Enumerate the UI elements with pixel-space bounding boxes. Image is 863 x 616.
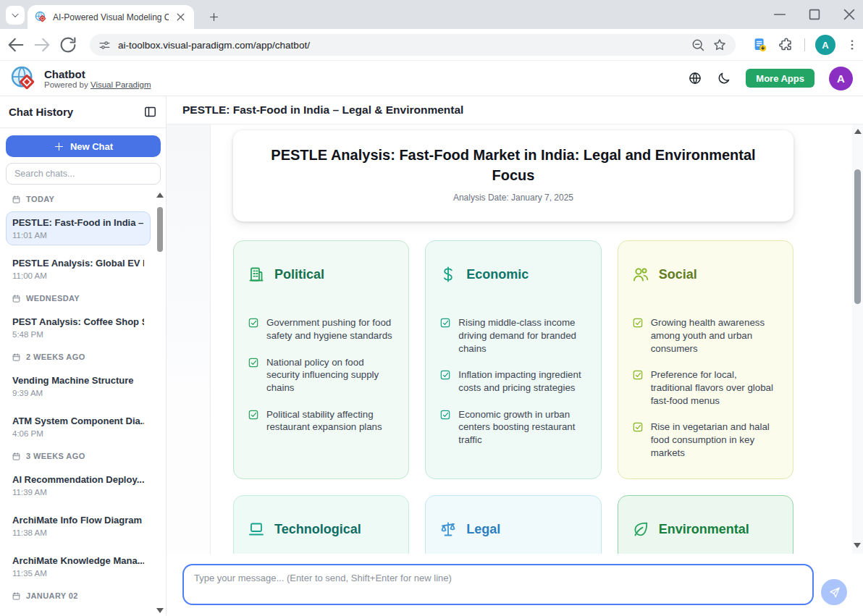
search-chats-input[interactable] [6,163,161,185]
check-square-icon [439,369,451,381]
scrollbar-thumb[interactable] [854,169,861,304]
forward-icon[interactable] [32,35,52,55]
toolbar-divider [804,38,805,51]
card-title: Political [274,267,324,282]
sidebar-collapse-icon[interactable] [143,105,157,119]
scroll-up-arrow[interactable] [854,129,862,134]
plus-icon [209,12,219,22]
docs-offline-icon[interactable] [752,37,768,53]
back-icon[interactable] [6,35,26,55]
chat-item-title: ArchiMate Knowledge Mana... [12,555,144,566]
tab-search-button[interactable] [6,6,25,25]
message-input[interactable] [182,564,814,605]
calendar-icon [12,195,21,204]
visual-paradigm-favicon [35,11,47,23]
chat-history-sidebar: Chat History New Chat TODAYPESTLE: Fast-… [0,96,167,616]
check-square-icon [439,409,451,421]
chat-item-title: ATM System Component Dia... [12,415,144,426]
plus-icon [54,141,64,152]
window-close-button[interactable] [841,7,857,22]
chat-item-time: 9:39 AM [12,389,144,397]
analysis-title-card: PESTLE Analysis: Fast-Food Market in Ind… [233,130,793,221]
chat-history-item[interactable]: ATM System Component Dia...4:06 PM [6,410,151,444]
chat-item-title: PEST Analysis: Coffee Shop S... [12,316,144,327]
pestle-card-political: PoliticalGovernment pushing for food saf… [233,240,409,479]
powered-by-label: Powered by Visual Paradigm [44,80,151,89]
chat-history-item[interactable]: ArchiMate Knowledge Mana...11:35 AM [6,549,151,583]
factor-text: Rise in vegetarian and halal food consum… [651,421,779,459]
reload-icon[interactable] [58,35,78,55]
card-header: Environmental [632,520,779,538]
minimize-button[interactable] [772,7,788,22]
app-body: Chat History New Chat TODAYPESTLE: Fast-… [0,96,863,616]
card-title: Economic [466,267,529,282]
chat-history-item[interactable]: PESTLE Analysis: Global EV In...11:00 AM [6,252,151,286]
card-factor-item: Political stability affecting restaurant… [248,408,395,434]
chat-group-label: 3 WEEKS AGO [12,451,151,461]
extensions-puzzle-icon[interactable] [778,37,794,53]
language-globe-icon[interactable] [688,71,702,85]
maximize-button[interactable] [807,7,822,22]
dollar-icon [439,266,457,283]
chat-history-item[interactable]: PESTLE: Fast-Food in India – ...11:01 AM [6,211,151,245]
laptop-icon [248,520,265,538]
scrollbar-thumb[interactable] [157,207,163,252]
pestle-card-legal: Legal [425,495,601,554]
app-title: Chatbot [44,68,151,80]
dark-mode-moon-icon[interactable] [717,71,731,85]
scales-icon [439,520,457,538]
bookmark-star-icon[interactable] [712,38,727,52]
pestle-card-economic: EconomicRising middle-class income drivi… [425,240,601,479]
paper-plane-icon [828,586,841,599]
more-apps-button[interactable]: More Apps [746,69,814,88]
zoom-icon[interactable] [691,38,705,52]
content-left-gutter [167,125,211,554]
user-avatar[interactable]: A [829,67,853,90]
card-factor-item: Inflation impacting ingredient costs and… [439,368,586,394]
card-title: Legal [466,522,500,537]
send-button[interactable] [821,579,847,605]
chat-item-title: Vending Machine Structure [12,375,144,386]
card-factor-item: Preference for local, traditional flavor… [632,368,779,407]
chat-item-time: 5:48 PM [12,330,144,339]
chat-item-time: 11:35 AM [12,569,144,578]
sidebar-header: Chat History [0,96,166,128]
new-tab-button[interactable] [204,7,223,26]
chat-history-item[interactable]: AI Recommendation Deploy...11:39 AM [6,468,151,502]
chat-history-group: 3 WEEKS AGOAI Recommendation Deploy...11… [6,451,151,583]
check-square-icon [632,317,644,329]
chat-history-item[interactable]: Vending Machine Structure9:39 AM [6,369,151,403]
scroll-up-arrow[interactable] [156,193,164,198]
sidebar-title: Chat History [9,106,73,118]
chat-history-item[interactable]: PEST Analysis: Coffee Shop S...5:48 PM [6,311,151,345]
browser-profile-avatar[interactable]: A [815,35,835,55]
chat-item-time: 4:06 PM [12,429,144,438]
url-text: ai-toolbox.visual-paradigm.com/app/chatb… [118,40,683,51]
scroll-down-arrow[interactable] [854,543,861,548]
leaf-icon [632,520,649,538]
chat-history-group: JANUARY 02 [6,591,151,601]
address-bar[interactable]: ai-toolbox.visual-paradigm.com/app/chatb… [90,34,736,56]
kebab-menu-icon[interactable] [846,38,859,51]
main-scrollbar[interactable] [852,125,863,554]
chat-group-label: 2 WEEKS AGO [12,352,151,362]
new-chat-button[interactable]: New Chat [6,135,161,157]
factor-text: Rising middle-class income driving deman… [458,316,586,355]
chat-item-time: 11:01 AM [12,231,144,240]
sidebar-scrollbar[interactable] [156,191,164,615]
scroll-down-arrow[interactable] [156,608,164,613]
check-square-icon [248,357,259,368]
card-factor-item: National policy on food security influen… [248,356,395,395]
check-square-icon [632,369,644,381]
chat-item-title: PESTLE: Fast-Food in India – ... [12,217,144,228]
browser-tab[interactable]: AI-Powered Visual Modeling Ch [28,5,194,29]
chat-history-item[interactable]: ArchiMate Info Flow Diagram11:38 AM [6,509,151,543]
chat-group-label: WEDNESDAY [12,293,151,303]
visual-paradigm-link[interactable]: Visual Paradigm [90,80,151,89]
site-settings-icon[interactable] [98,39,111,51]
app-branding: Chatbot Powered by Visual Paradigm [44,68,151,89]
tab-close-icon[interactable] [174,11,187,23]
pestle-grid: PoliticalGovernment pushing for food saf… [233,240,793,554]
factor-text: Political stability affecting restaurant… [266,408,395,434]
factor-text: National policy on food security influen… [266,356,395,395]
